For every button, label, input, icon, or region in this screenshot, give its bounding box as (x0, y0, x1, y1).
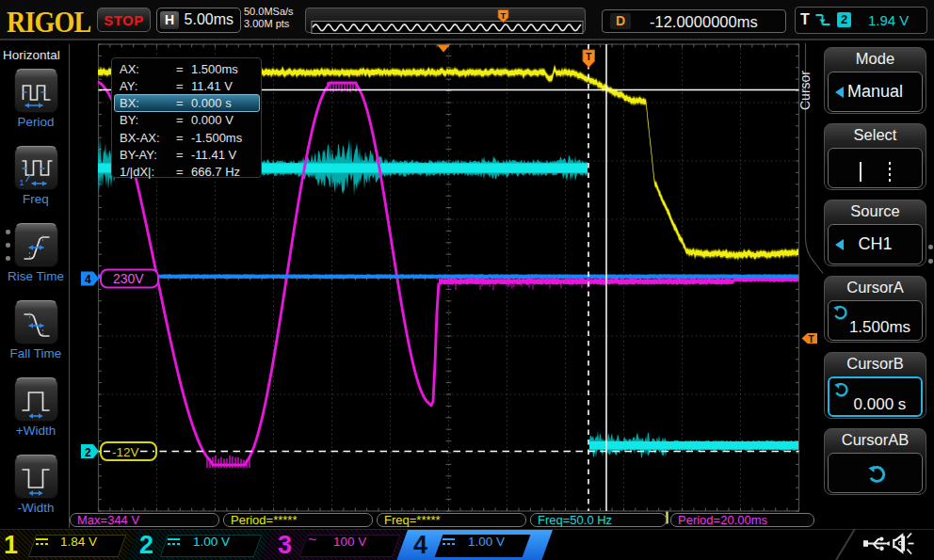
svg-text:1: 1 (20, 178, 24, 187)
svg-text:230V: 230V (113, 271, 144, 286)
svg-text:T: T (501, 10, 507, 21)
svg-text:T: T (586, 51, 592, 62)
svg-text:-12V: -12V (112, 445, 139, 459)
svg-text:T: T (809, 334, 814, 344)
